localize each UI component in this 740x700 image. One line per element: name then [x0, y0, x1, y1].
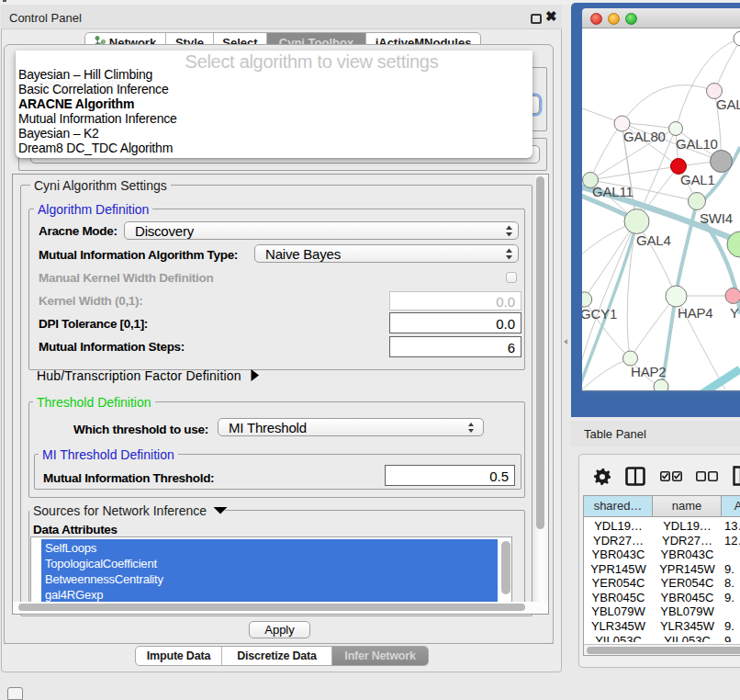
svg-text:HAP4: HAP4 [678, 305, 712, 321]
svg-text:Y: Y [730, 305, 739, 321]
svg-text:GAL10: GAL10 [676, 136, 718, 152]
svg-text:GAL80: GAL80 [623, 129, 666, 144]
svg-text:HAP2: HAP2 [631, 364, 666, 379]
svg-text:GAL11: GAL11 [592, 184, 633, 199]
svg-text:GAL: GAL [716, 96, 740, 112]
svg-text:GAL1: GAL1 [680, 172, 715, 187]
svg-text:GAL4: GAL4 [636, 232, 671, 248]
svg-text:SWI4: SWI4 [700, 210, 733, 226]
svg-text:GCY1: GCY1 [582, 306, 617, 322]
